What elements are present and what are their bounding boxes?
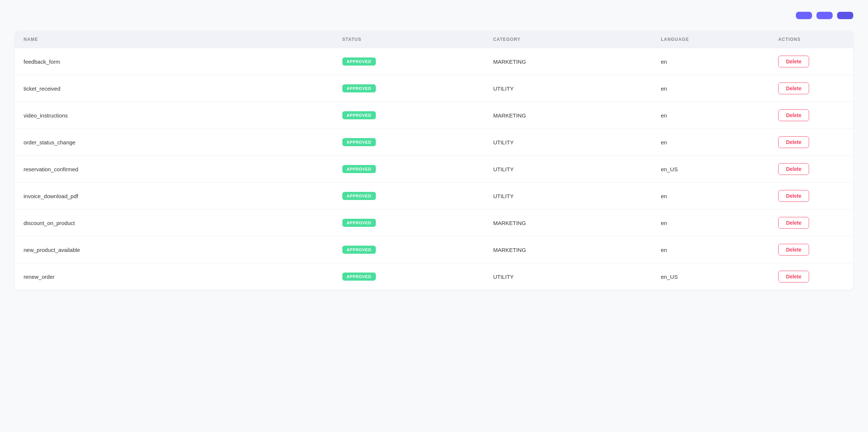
cell-category: MARKETING xyxy=(484,236,652,263)
col-header-category: CATEGORY xyxy=(484,31,652,48)
cell-language: en xyxy=(652,183,769,210)
cell-category: UTILITY xyxy=(484,129,652,156)
cell-actions: Delete xyxy=(769,75,853,102)
cell-name: video_instructions xyxy=(15,102,334,129)
table-header: NAME STATUS CATEGORY LANGUAGE ACTIONS xyxy=(15,31,853,48)
cell-category: UTILITY xyxy=(484,263,652,290)
status-badge: APPROVED xyxy=(342,192,376,200)
page-header xyxy=(15,12,853,19)
cell-language: en xyxy=(652,75,769,102)
status-badge: APPROVED xyxy=(342,57,376,66)
cell-category: MARKETING xyxy=(484,210,652,236)
status-badge: APPROVED xyxy=(342,84,376,92)
cell-actions: Delete xyxy=(769,156,853,183)
table-row: new_product_available APPROVED MARKETING… xyxy=(15,236,853,263)
cell-category: MARKETING xyxy=(484,102,652,129)
cell-status: APPROVED xyxy=(334,210,484,236)
cell-status: APPROVED xyxy=(334,183,484,210)
cell-language: en xyxy=(652,210,769,236)
cell-actions: Delete xyxy=(769,263,853,290)
col-header-language: LANGUAGE xyxy=(652,31,769,48)
cell-status: APPROVED xyxy=(334,129,484,156)
cell-language: en xyxy=(652,129,769,156)
table-row: invoice_download_pdf APPROVED UTILITY en… xyxy=(15,183,853,210)
cell-name: ticket_received xyxy=(15,75,334,102)
table-body: feedback_form APPROVED MARKETING en Dele… xyxy=(15,48,853,290)
delete-button[interactable]: Delete xyxy=(778,82,809,94)
table-row: video_instructions APPROVED MARKETING en… xyxy=(15,102,853,129)
delete-button[interactable]: Delete xyxy=(778,56,809,67)
cell-name: reservation_confirmed xyxy=(15,156,334,183)
cell-status: APPROVED xyxy=(334,102,484,129)
cell-language: en xyxy=(652,236,769,263)
col-header-actions: ACTIONS xyxy=(769,31,853,48)
cell-name: new_product_available xyxy=(15,236,334,263)
col-header-name: NAME xyxy=(15,31,334,48)
whatsapp-manager-button[interactable] xyxy=(837,12,853,19)
cell-name: feedback_form xyxy=(15,48,334,75)
cell-language: en xyxy=(652,102,769,129)
table-row: discount_on_product APPROVED MARKETING e… xyxy=(15,210,853,236)
cell-actions: Delete xyxy=(769,102,853,129)
cell-actions: Delete xyxy=(769,183,853,210)
status-badge: APPROVED xyxy=(342,219,376,227)
cell-category: MARKETING xyxy=(484,48,652,75)
table-row: renew_order APPROVED UTILITY en_US Delet… xyxy=(15,263,853,290)
cell-actions: Delete xyxy=(769,48,853,75)
delete-button[interactable]: Delete xyxy=(778,244,809,256)
status-badge: APPROVED xyxy=(342,246,376,254)
cell-status: APPROVED xyxy=(334,263,484,290)
status-badge: APPROVED xyxy=(342,273,376,281)
cell-status: APPROVED xyxy=(334,48,484,75)
cell-language: en_US xyxy=(652,263,769,290)
header-actions xyxy=(796,12,853,19)
cell-status: APPROVED xyxy=(334,236,484,263)
cell-status: APPROVED xyxy=(334,75,484,102)
cell-category: UTILITY xyxy=(484,156,652,183)
cell-language: en_US xyxy=(652,156,769,183)
delete-button[interactable]: Delete xyxy=(778,109,809,121)
cell-status: APPROVED xyxy=(334,156,484,183)
templates-table-container: NAME STATUS CATEGORY LANGUAGE ACTIONS fe… xyxy=(15,31,853,290)
cell-actions: Delete xyxy=(769,210,853,236)
cell-category: UTILITY xyxy=(484,75,652,102)
cell-name: renew_order xyxy=(15,263,334,290)
delete-button[interactable]: Delete xyxy=(778,163,809,175)
table-row: order_status_change APPROVED UTILITY en … xyxy=(15,129,853,156)
delete-button[interactable]: Delete xyxy=(778,136,809,148)
cell-actions: Delete xyxy=(769,129,853,156)
delete-button[interactable]: Delete xyxy=(778,190,809,202)
table-row: feedback_form APPROVED MARKETING en Dele… xyxy=(15,48,853,75)
cell-name: discount_on_product xyxy=(15,210,334,236)
cell-actions: Delete xyxy=(769,236,853,263)
sync-button[interactable] xyxy=(796,12,812,19)
cell-language: en xyxy=(652,48,769,75)
col-header-status: STATUS xyxy=(334,31,484,48)
status-badge: APPROVED xyxy=(342,138,376,146)
cell-name: invoice_download_pdf xyxy=(15,183,334,210)
templates-table: NAME STATUS CATEGORY LANGUAGE ACTIONS fe… xyxy=(15,31,853,290)
cell-category: UTILITY xyxy=(484,183,652,210)
cell-name: order_status_change xyxy=(15,129,334,156)
table-row: ticket_received APPROVED UTILITY en Dele… xyxy=(15,75,853,102)
delete-button[interactable]: Delete xyxy=(778,271,809,282)
status-badge: APPROVED xyxy=(342,165,376,173)
delete-button[interactable]: Delete xyxy=(778,217,809,229)
table-row: reservation_confirmed APPROVED UTILITY e… xyxy=(15,156,853,183)
status-badge: APPROVED xyxy=(342,111,376,119)
create-template-button[interactable] xyxy=(816,12,833,19)
